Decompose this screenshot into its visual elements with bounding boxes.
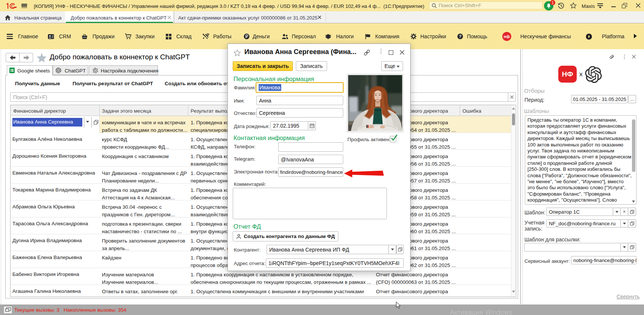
svg-text:?: ? [459,34,462,39]
